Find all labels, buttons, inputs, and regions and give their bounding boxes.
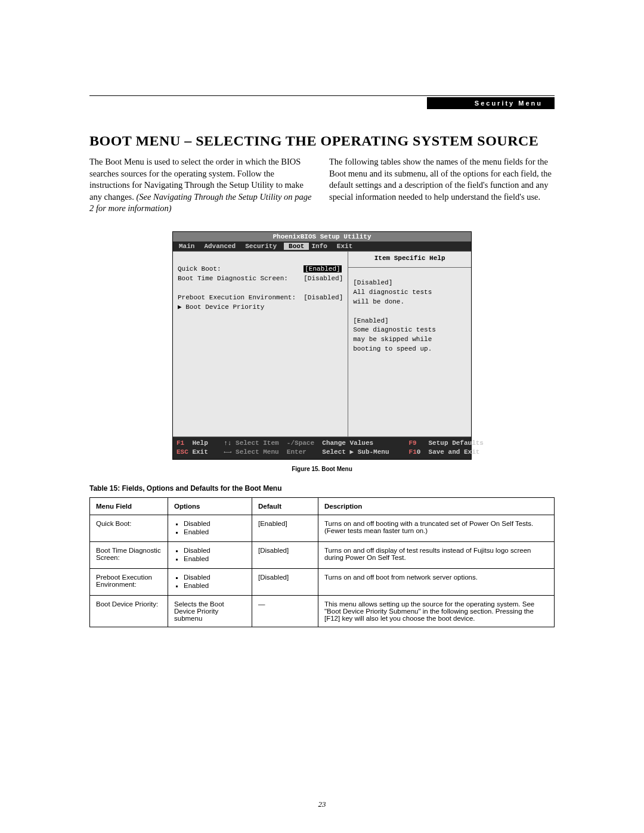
bios-help-pane: Item Specific Help [Disabled]All diagnos…	[348, 252, 471, 436]
intro-columns: The Boot Menu is used to select the orde…	[89, 156, 555, 215]
bios-field-row: Preboot Execution Environment: [Disabled…	[178, 293, 343, 303]
bios-tab-info: Info	[309, 243, 334, 250]
bios-help-text: [Disabled]All diagnostic testswill be do…	[353, 278, 466, 355]
table-header: Menu Field	[90, 497, 168, 515]
bios-tab-main: Main	[177, 243, 202, 250]
bios-tab-security: Security	[243, 243, 284, 250]
bios-tab-exit: Exit	[335, 243, 360, 250]
bios-title: PhoenixBIOS Setup Utility	[173, 232, 471, 241]
table-row: Boot Time Diagnostic Screen:DisabledEnab…	[90, 541, 555, 568]
header-bar: Security Menu	[89, 97, 555, 109]
bios-footer: F1 Help ↑↓ Select Item -/Space Change Va…	[173, 437, 471, 459]
table-header: Options	[168, 497, 252, 515]
fields-table: Menu FieldOptionsDefaultDescription Quic…	[89, 497, 555, 627]
table-row: Preboot Execution Environment:DisabledEn…	[90, 568, 555, 595]
table-caption: Table 15: Fields, Options and Defaults f…	[89, 484, 555, 493]
bios-field-row: Quick Boot: [Enabled]	[178, 265, 343, 274]
table-header: Description	[318, 497, 555, 515]
bios-tab-advanced: Advanced	[202, 243, 243, 250]
bios-field-row: ▶ Boot Device Priority	[178, 303, 343, 312]
bios-tabs: MainAdvancedSecurityBootInfoExit	[173, 241, 471, 251]
bios-screenshot: PhoenixBIOS Setup Utility MainAdvancedSe…	[172, 231, 472, 460]
bios-field-row: Boot Time Diagnostic Screen: [Disabled]	[178, 274, 343, 284]
bios-tab-boot: Boot	[284, 243, 309, 250]
bios-field-row	[178, 284, 343, 293]
bios-help-title: Item Specific Help	[348, 252, 471, 268]
figure-caption: Figure 15. Boot Menu	[89, 466, 555, 472]
page-title: BOOT MENU – SELECTING THE OPERATING SYST…	[89, 133, 555, 149]
section-label: Security Menu	[427, 97, 555, 109]
intro-right-text: The following tables show the names of t…	[329, 156, 555, 215]
table-row: Quick Boot:DisabledEnabled[Enabled]Turns…	[90, 515, 555, 541]
table-row: Boot Device Priority:Selects the Boot De…	[90, 595, 555, 627]
bios-fields-pane: Quick Boot: [Enabled]Boot Time Diagnosti…	[173, 252, 348, 436]
page-number: 23	[0, 800, 644, 809]
table-header: Default	[252, 497, 318, 515]
